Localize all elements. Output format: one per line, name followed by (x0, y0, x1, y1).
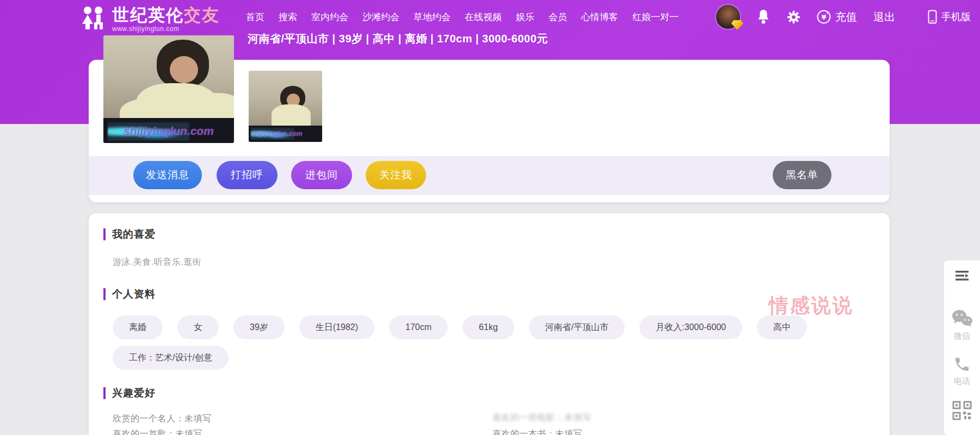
send-message-button[interactable]: 发送消息 (133, 161, 202, 189)
phone-icon (953, 356, 971, 373)
hamburger-menu-icon (955, 270, 969, 281)
phone-label: 电话 (954, 376, 970, 387)
nav-item[interactable]: 草地约会 (414, 11, 451, 23)
logo-text-main: 世纪英伦 (112, 5, 184, 24)
couple-logo-icon (79, 5, 107, 32)
side-menu-button[interactable] (955, 270, 969, 281)
header-right: ¥ + 充值 退出 手机版 (716, 0, 971, 34)
action-strip (89, 156, 890, 195)
qr-code-icon (952, 401, 972, 420)
favorites-content: 游泳.美食.听音乐.逛街 (113, 257, 201, 268)
main-nav: 首页 搜索 室内约会 沙滩约会 草地约会 在线视频 娱乐 会员 心情博客 红娘一… (246, 0, 679, 34)
blacklist-button[interactable]: 黑名单 (773, 161, 831, 189)
personal-title-text: 个人资料 (112, 287, 156, 301)
profile-tag: 河南省/平顶山市 (529, 315, 625, 339)
notifications-button[interactable] (756, 9, 771, 24)
greet-button[interactable]: 打招呼 (217, 161, 278, 189)
nav-item[interactable]: 会员 (548, 11, 567, 23)
nav-item[interactable]: 搜索 (279, 11, 297, 23)
wechat-label: 微信 (954, 331, 970, 341)
profile-photo-thumbnail[interactable]: shijiyinglun.com (249, 71, 322, 142)
header: 世纪英伦交友 www.shijiyinglun.com 首页 搜索 室内约会 沙… (0, 0, 980, 34)
qr-code-button[interactable] (952, 401, 972, 420)
profile-tag: 工作：艺术/设计/创意 (113, 346, 229, 370)
svg-text:+: + (826, 10, 830, 15)
interests-title-text: 兴趣爱好 (112, 386, 156, 400)
logout-button[interactable]: 退出 (873, 10, 895, 24)
nav-item[interactable]: 首页 (246, 11, 264, 23)
section-bar (103, 288, 106, 300)
nav-item[interactable]: 心情博客 (581, 11, 618, 23)
section-favorites-title: 我的喜爱 (103, 227, 156, 241)
nav-item[interactable]: 室内约会 (311, 11, 348, 23)
profile-tag: 170cm (389, 315, 448, 339)
settings-button[interactable] (787, 10, 800, 24)
interest-song: 喜欢的一首歌：未填写 (113, 428, 202, 435)
smartphone-icon (928, 10, 937, 24)
section-bar (103, 228, 106, 240)
recharge-button[interactable]: ¥ + 充值 (817, 10, 857, 24)
wechat-icon (951, 309, 973, 328)
personal-tags-row1: 离婚 女 39岁 生日(1982) 170cm 61kg 河南省/平顶山市 月收… (113, 315, 807, 339)
interest-celebrity: 欣赏的一个名人：未填写 (113, 413, 212, 425)
nav-item[interactable]: 红娘一对一 (632, 11, 679, 23)
section-bar (103, 387, 106, 399)
nav-item[interactable]: 在线视频 (465, 11, 502, 23)
gear-icon (787, 10, 800, 24)
personal-tags-row2: 工作：艺术/设计/创意 (113, 346, 229, 370)
logo-text-block: 世纪英伦交友 www.shijiyinglun.com (112, 4, 220, 33)
site-logo[interactable]: 世纪英伦交友 www.shijiyinglun.com (79, 4, 220, 33)
section-personal-title: 个人资料 (103, 287, 156, 301)
photo-figure-face (170, 56, 198, 83)
profile-photo-main[interactable]: shijiyinglun.com (103, 35, 234, 143)
section-interests-title: 兴趣爱好 (103, 386, 156, 400)
photo-watermark: shijiyinglun.com (103, 125, 234, 138)
mobile-version-button[interactable]: 手机版 (928, 10, 971, 24)
profile-tag: 月收入:3000-6000 (639, 315, 742, 339)
profile-tag: 女 (177, 315, 219, 339)
phone-contact[interactable]: 电话 (953, 356, 971, 387)
page-watermark: 情感说说 (769, 293, 854, 319)
profile-summary: 河南省/平顶山市 | 39岁 | 高中 | 离婚 | 170cm | 3000-… (248, 32, 548, 46)
bell-icon (756, 9, 771, 24)
profile-tag: 61kg (463, 315, 514, 339)
user-avatar[interactable] (716, 5, 740, 29)
vip-gem-icon (731, 20, 743, 30)
recharge-label: 充值 (835, 10, 857, 24)
logo-text-accent: 交友 (184, 5, 220, 24)
favorites-title-text: 我的喜爱 (112, 227, 156, 241)
profile-tag: 生日(1982) (299, 315, 374, 339)
profile-tag: 39岁 (233, 315, 285, 339)
wechat-contact[interactable]: 微信 (951, 309, 973, 341)
nav-item[interactable]: 沙滩约会 (362, 11, 399, 23)
interest-book: 喜欢的一本书：未填写 (492, 428, 582, 435)
floating-side-panel: 微信 电话 (944, 260, 980, 435)
coin-yuan-icon: ¥ + (817, 10, 831, 24)
follow-me-button[interactable]: 关注我 (366, 161, 426, 189)
nav-item[interactable]: 娱乐 (516, 11, 534, 23)
enter-room-button[interactable]: 进包间 (291, 161, 352, 189)
mobile-version-label: 手机版 (941, 10, 971, 23)
thumb-watermark: shijiyinglun.com (249, 130, 322, 138)
profile-details-card: 我的喜爱 游泳.美食.听音乐.逛街 个人资料 离婚 女 39岁 生日(1982)… (89, 213, 890, 435)
interest-movie-blurred: 喜欢的一部电影：未填写 (492, 412, 591, 424)
profile-tag: 离婚 (113, 315, 163, 339)
